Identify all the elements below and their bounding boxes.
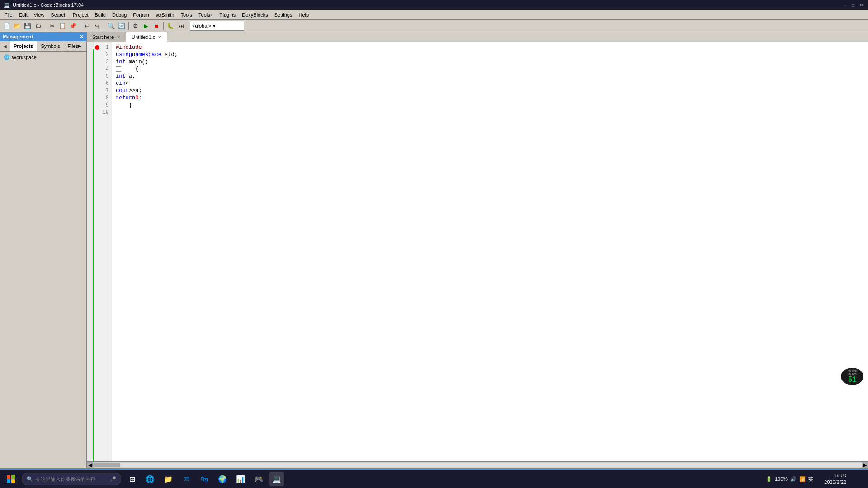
workspace-item[interactable]: 🌐 Workspace	[2, 53, 85, 61]
sidebar-close-button[interactable]: ✕	[80, 34, 84, 40]
office-icon[interactable]: 📊	[233, 472, 248, 486]
sidebar-tab-symbols[interactable]: Symbols	[37, 41, 64, 51]
sidebar: Management ✕ ◀ Projects Symbols Files ▶ …	[0, 32, 87, 468]
build-button[interactable]: ⚙	[131, 21, 141, 31]
line-num-10: 10	[94, 109, 112, 116]
menu-item-file[interactable]: File	[2, 10, 15, 20]
breakpoint-1[interactable]	[95, 45, 99, 50]
stop-button[interactable]: ■	[151, 21, 161, 31]
minimize-button[interactable]: ─	[842, 2, 848, 8]
search-placeholder: 在这里输入你要搜索的内容	[36, 476, 95, 483]
explorer-icon[interactable]: 📁	[161, 472, 175, 486]
line-num-7: 7	[94, 87, 112, 94]
menu-item-settings[interactable]: Settings	[272, 10, 295, 20]
menu-item-wxsmith[interactable]: wxSmith	[153, 10, 177, 20]
workspace-label: Workspace	[12, 55, 37, 60]
taskview-button[interactable]: ⊞	[125, 472, 139, 486]
close-untitled1-tab[interactable]: ✕	[158, 35, 161, 40]
menu-item-fortran[interactable]: Fortran	[130, 10, 151, 20]
scroll-right-button[interactable]: ▶	[862, 462, 868, 468]
scope-label: <global>	[192, 23, 211, 28]
menu-item-tools[interactable]: Tools	[178, 10, 195, 20]
svg-rect-1	[11, 475, 15, 479]
code-line-2[interactable]: using namespace std;	[116, 51, 864, 58]
show-desktop-button[interactable]	[854, 472, 866, 486]
sidebar-title: Management	[3, 34, 33, 39]
h-scrollbar-thumb[interactable]	[93, 463, 120, 467]
dropdown-arrow-icon: ▾	[213, 23, 216, 29]
save-all-button[interactable]: 🗂	[33, 21, 43, 31]
edge-icon[interactable]: 🌐	[143, 472, 157, 486]
code-line-1[interactable]: #include	[116, 44, 864, 51]
editor-scrollbar[interactable]: ◀ ▶ ↑0 K/s ↓0 K/s 51	[87, 461, 868, 468]
code-line-3[interactable]: int main()	[116, 58, 864, 66]
menu-bar: FileEditViewSearchProjectBuildDebugFortr…	[0, 10, 868, 20]
sidebar-tab-files[interactable]: Files ▶	[64, 41, 85, 51]
sep5	[163, 22, 164, 30]
clock-time: 16:00	[824, 472, 846, 479]
mail-icon[interactable]: ✉	[179, 472, 193, 486]
paste-button[interactable]: 📌	[68, 21, 78, 31]
clock: 16:00 2020/2/22	[821, 472, 850, 486]
scope-dropdown[interactable]: <global> ▾	[190, 21, 244, 31]
line-num-6: 6	[94, 80, 112, 87]
undo-button[interactable]: ↩	[82, 21, 92, 31]
run-button[interactable]: ▶	[141, 21, 151, 31]
codeblocks-icon[interactable]: 💻	[269, 472, 284, 486]
code-line-5[interactable]: int a;	[116, 73, 864, 80]
code-line-9[interactable]: }	[116, 102, 864, 109]
menu-item-view[interactable]: View	[31, 10, 47, 20]
taskbar: 🔍 在这里输入你要搜索的内容 🎤 ⊞ 🌐 📁 ✉ 🛍 🌍 📊 🎮 💻 🔋 100…	[0, 470, 868, 488]
sep4	[128, 22, 129, 30]
menu-item-doxyblocks[interactable]: DoxyBlocks	[239, 10, 270, 20]
line-num-9: 9	[94, 102, 112, 109]
app-icon[interactable]: 🎮	[251, 472, 266, 486]
line-num-8: 8	[94, 94, 112, 102]
editor-tab-untitled1[interactable]: Untitled1.c ✕	[126, 32, 167, 42]
menu-item-build[interactable]: Build	[92, 10, 108, 20]
download-speed: ↓0 K/s	[848, 372, 856, 375]
line-num-1: 1	[94, 44, 112, 51]
menu-item-tools+[interactable]: Tools+	[196, 10, 216, 20]
svg-rect-0	[7, 475, 10, 479]
step-button[interactable]: ⏭	[176, 21, 186, 31]
code-content[interactable]: #include using namespace std; int main()…	[112, 42, 868, 461]
scroll-left-button[interactable]: ◀	[87, 462, 93, 468]
code-line-10[interactable]	[116, 109, 864, 116]
browser2-icon[interactable]: 🌍	[215, 472, 230, 486]
network-speed-badge[interactable]: ↑0 K/s ↓0 K/s 51	[841, 368, 863, 385]
menu-item-plugins[interactable]: Plugins	[217, 10, 238, 20]
menu-item-debug[interactable]: Debug	[109, 10, 129, 20]
close-button[interactable]: ✕	[858, 2, 864, 8]
h-scrollbar-track[interactable]	[93, 463, 862, 467]
redo-button[interactable]: ↪	[92, 21, 102, 31]
maximize-button[interactable]: □	[850, 2, 856, 8]
code-line-8[interactable]: return 0;	[116, 94, 864, 102]
menu-item-project[interactable]: Project	[70, 10, 91, 20]
close-start-here-tab[interactable]: ✕	[117, 35, 120, 40]
editor-tab-start-here[interactable]: Start here ✕	[87, 32, 126, 42]
open-button[interactable]: 📂	[12, 21, 22, 31]
copy-button[interactable]: 📋	[57, 21, 67, 31]
battery-percent: 100%	[775, 476, 788, 482]
menu-item-help[interactable]: Help	[296, 10, 311, 20]
code-line-4[interactable]: - {	[116, 66, 864, 73]
sidebar-collapse-button[interactable]: ◀	[0, 41, 10, 51]
search-button[interactable]: 🔍	[106, 21, 116, 31]
taskbar-right: 🔋 100% 🔊 📶 英 16:00 2020/2/22	[762, 472, 866, 486]
start-button[interactable]	[2, 472, 20, 486]
menu-item-edit[interactable]: Edit	[16, 10, 30, 20]
store-icon[interactable]: 🛍	[197, 472, 212, 486]
code-line-7[interactable]: cout>>a;	[116, 87, 864, 94]
sidebar-tab-projects[interactable]: Projects	[10, 41, 37, 51]
fold-marker[interactable]: -	[116, 66, 121, 72]
new-button[interactable]: 📄	[2, 21, 12, 31]
battery-icon: 🔋	[766, 476, 772, 482]
debug-button[interactable]: 🐛	[165, 21, 175, 31]
save-button[interactable]: 💾	[23, 21, 33, 31]
code-line-6[interactable]: cin<	[116, 80, 864, 87]
taskbar-search[interactable]: 🔍 在这里输入你要搜索的内容 🎤	[22, 473, 121, 485]
replace-button[interactable]: 🔄	[117, 21, 127, 31]
cut-button[interactable]: ✂	[47, 21, 57, 31]
menu-item-search[interactable]: Search	[48, 10, 69, 20]
